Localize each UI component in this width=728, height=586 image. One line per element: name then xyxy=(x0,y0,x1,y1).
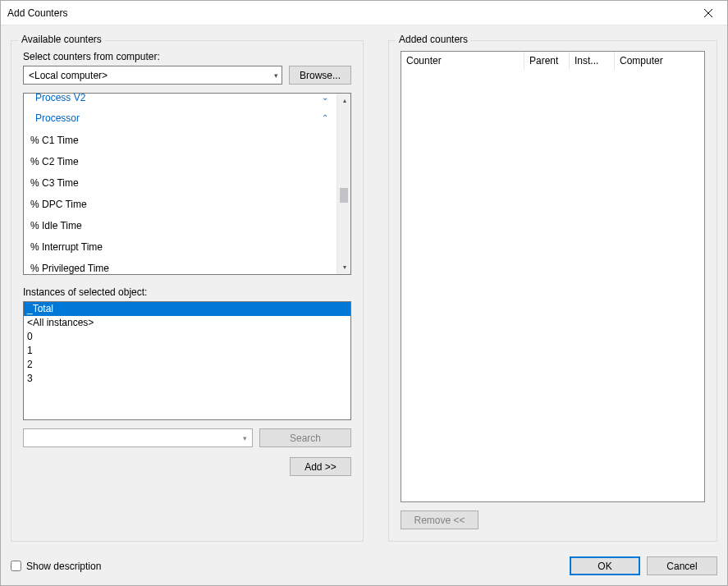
computer-combo-value: <Local computer> xyxy=(29,70,108,81)
chevron-down-icon: ⌄ xyxy=(322,94,328,105)
available-column: Available counters Select counters from … xyxy=(11,34,364,542)
search-row: ▾ Search xyxy=(23,428,351,447)
select-computer-label: Select counters from computer: xyxy=(23,51,351,62)
tree-group-item[interactable]: Processor⌃ xyxy=(24,107,337,130)
column-header[interactable]: Inst... xyxy=(570,52,615,70)
add-button[interactable]: Add >> xyxy=(290,457,351,476)
dialog-body: Available counters Select counters from … xyxy=(1,25,727,585)
ok-button[interactable]: OK xyxy=(570,556,640,575)
computer-combo[interactable]: <Local computer> ▾ xyxy=(23,66,282,85)
remove-button[interactable]: Remove << xyxy=(401,510,478,529)
show-description-checkbox[interactable] xyxy=(11,561,21,571)
columns: Available counters Select counters from … xyxy=(11,34,717,542)
added-group-title: Added counters xyxy=(396,34,471,45)
column-header[interactable]: Parent xyxy=(524,52,570,70)
added-counters-group: Added counters CounterParentInst...Compu… xyxy=(388,40,717,542)
browse-button[interactable]: Browse... xyxy=(289,66,351,85)
chevron-down-icon: ▾ xyxy=(274,71,278,80)
counter-item[interactable]: % Idle Time xyxy=(24,215,337,236)
search-combo[interactable]: ▾ xyxy=(23,428,253,447)
counter-scrollbar[interactable]: ▴ ▾ xyxy=(337,94,350,274)
counter-item[interactable]: % Privileged Time xyxy=(24,258,337,274)
instances-label: Instances of selected object: xyxy=(23,286,351,298)
scroll-thumb[interactable] xyxy=(340,188,348,203)
computer-row: <Local computer> ▾ Browse... xyxy=(23,66,351,85)
show-description-row[interactable]: Show description xyxy=(11,561,101,572)
counter-item[interactable]: % Interrupt Time xyxy=(24,236,337,258)
close-icon xyxy=(704,9,712,17)
counter-item[interactable]: % DPC Time xyxy=(24,194,337,215)
chevron-up-icon: ⌃ xyxy=(322,111,328,126)
show-description-label: Show description xyxy=(26,561,101,572)
instance-item[interactable]: 2 xyxy=(24,358,350,372)
counter-tree-list: Process V2⌄Processor⌃% C1 Time% C2 Time%… xyxy=(24,94,337,274)
column-header[interactable]: Counter xyxy=(401,52,524,70)
added-table[interactable]: CounterParentInst...Computer xyxy=(401,51,705,502)
column-header[interactable]: Computer xyxy=(615,52,704,70)
counter-item[interactable]: % C3 Time xyxy=(24,172,337,194)
add-row: Add >> xyxy=(23,457,351,476)
instance-item[interactable]: 3 xyxy=(24,372,350,386)
counter-item[interactable]: % C1 Time xyxy=(24,130,337,151)
instance-item[interactable]: 0 xyxy=(24,330,350,344)
counter-tree[interactable]: Process V2⌄Processor⌃% C1 Time% C2 Time%… xyxy=(23,93,351,275)
instance-item[interactable]: _Total xyxy=(24,302,350,316)
window-title: Add Counters xyxy=(7,7,67,19)
remove-row: Remove << xyxy=(401,510,705,529)
cancel-button[interactable]: Cancel xyxy=(647,556,717,575)
footer-buttons: OK Cancel xyxy=(570,556,717,575)
add-counters-dialog: Add Counters Available counters Select c… xyxy=(0,0,728,586)
tree-group-item[interactable]: Process V2⌄ xyxy=(24,94,337,107)
available-group-title: Available counters xyxy=(18,34,105,45)
available-counters-group: Available counters Select counters from … xyxy=(11,40,364,542)
instance-item[interactable]: <All instances> xyxy=(24,316,350,330)
counter-item[interactable]: % C2 Time xyxy=(24,151,337,172)
added-column: Added counters CounterParentInst...Compu… xyxy=(388,34,717,542)
scroll-down-icon[interactable]: ▾ xyxy=(337,260,351,274)
instances-listbox[interactable]: _Total<All instances>0123 xyxy=(23,301,351,420)
scroll-up-icon[interactable]: ▴ xyxy=(337,94,351,108)
instance-item[interactable]: 1 xyxy=(24,344,350,358)
close-button[interactable] xyxy=(689,1,727,25)
chevron-down-icon: ▾ xyxy=(243,434,247,442)
footer: Show description OK Cancel xyxy=(11,542,717,575)
search-button[interactable]: Search xyxy=(259,428,351,447)
titlebar: Add Counters xyxy=(1,1,727,25)
added-table-header: CounterParentInst...Computer xyxy=(401,52,704,70)
